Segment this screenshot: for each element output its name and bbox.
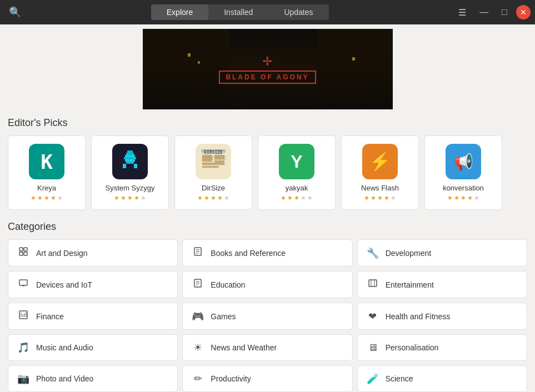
- star2: ★: [37, 194, 43, 202]
- category-development[interactable]: 🔧 Development: [357, 239, 527, 267]
- star5: ★: [307, 194, 313, 202]
- star2: ★: [287, 194, 293, 202]
- finance-label: Finance: [36, 312, 64, 321]
- kreya-name: Kreya: [37, 184, 56, 192]
- star1: ★: [281, 194, 286, 202]
- star4: ★: [134, 194, 139, 202]
- newsflash-icon: ⚡: [362, 144, 398, 179]
- games-label: Games: [211, 312, 236, 321]
- star3: ★: [461, 194, 466, 202]
- pick-card-konversation[interactable]: 📢 konversation ★ ★ ★ ★ ★: [424, 135, 502, 210]
- star2: ★: [121, 194, 126, 202]
- personalisation-icon: 🖥: [367, 342, 379, 354]
- syzygy-stars: ★ ★ ★ ★ ★: [114, 194, 146, 202]
- star5: ★: [474, 194, 479, 202]
- development-icon: 🔧: [367, 247, 379, 259]
- konversation-stars: ★ ★ ★ ★ ★: [447, 194, 479, 202]
- category-entertainment[interactable]: Entertainment: [357, 271, 527, 298]
- pick-card-newsflash[interactable]: ⚡ News Flash ★ ★ ★ ★ ★: [341, 135, 419, 210]
- yakyak-stars: ★ ★ ★ ★ ★: [281, 194, 313, 202]
- star1: ★: [364, 194, 369, 202]
- star1: ★: [447, 194, 453, 202]
- category-news-weather[interactable]: ☀ News and Weather: [182, 334, 352, 361]
- search-button[interactable]: 🔍: [4, 4, 26, 21]
- pick-card-dirsize[interactable]: DIRSIZE DirSize ★ ★ ★ ★: [174, 135, 252, 210]
- star4: ★: [301, 194, 306, 202]
- svg-rect-10: [202, 155, 212, 162]
- education-icon: [192, 278, 204, 291]
- finance-icon: [17, 310, 29, 323]
- kreya-icon: K: [29, 144, 64, 179]
- entertainment-label: Entertainment: [386, 280, 434, 289]
- svg-rect-3: [124, 157, 136, 159]
- pick-card-kreya[interactable]: K Kreya ★ ★ ★ ★ ★: [8, 135, 86, 210]
- category-devices-iot[interactable]: Devices and IoT: [8, 271, 178, 298]
- newsflash-stars: ★ ★ ★ ★ ★: [364, 194, 396, 202]
- close-button[interactable]: ✕: [516, 5, 531, 19]
- svg-rect-2: [125, 155, 135, 157]
- news-weather-label: News and Weather: [211, 343, 277, 352]
- svg-rect-25: [19, 280, 27, 285]
- health-fitness-icon: ❤: [367, 310, 379, 323]
- pick-card-syzygy[interactable]: System Syzygy ★ ★ ★ ★ ★: [91, 135, 169, 210]
- category-music-audio[interactable]: 🎵 Music and Audio: [8, 334, 178, 361]
- category-books-reference[interactable]: Books and Reference: [182, 239, 352, 267]
- star5: ★: [141, 194, 146, 202]
- hero-game-title: Blade of Agony: [219, 71, 316, 84]
- minimize-button[interactable]: —: [475, 5, 493, 19]
- main-content: ✛ Blade of Agony Editor's Picks K Kreya …: [0, 24, 535, 392]
- dirsize-stars: ★ ★ ★ ★ ★: [197, 194, 229, 202]
- tab-explore[interactable]: Explore: [151, 4, 208, 20]
- yakyak-name: yakyak: [286, 184, 308, 192]
- tab-updates[interactable]: Updates: [268, 4, 328, 20]
- svg-rect-1: [126, 153, 134, 155]
- hero-banner[interactable]: ✛ Blade of Agony: [143, 29, 393, 109]
- svg-rect-14: [202, 166, 219, 168]
- kreya-stars: ★ ★ ★ ★ ★: [31, 194, 63, 202]
- star2: ★: [204, 194, 209, 202]
- science-label: Science: [386, 374, 413, 383]
- star3: ★: [377, 194, 383, 202]
- personalisation-label: Personalisation: [386, 343, 439, 352]
- category-photo-video[interactable]: 📷 Photo and Video: [8, 365, 178, 392]
- devices-iot-label: Devices and IoT: [36, 280, 92, 289]
- category-games[interactable]: 🎮 Games: [182, 303, 352, 330]
- category-finance[interactable]: Finance: [8, 303, 178, 330]
- konversation-icon: 📢: [446, 144, 481, 179]
- science-icon: 🧪: [367, 373, 379, 385]
- category-health-fitness[interactable]: ❤ Health and Fitness: [357, 303, 527, 330]
- star3: ★: [127, 194, 133, 202]
- dirsize-name: DirSize: [202, 184, 225, 192]
- health-fitness-label: Health and Fitness: [386, 312, 451, 321]
- star5: ★: [224, 194, 229, 202]
- star3: ★: [44, 194, 49, 202]
- maximize-button[interactable]: □: [497, 5, 512, 19]
- pick-card-yakyak[interactable]: Y yakyak ★ ★ ★ ★ ★: [258, 135, 336, 210]
- svg-rect-0: [127, 150, 133, 153]
- newsflash-name: News Flash: [361, 184, 399, 192]
- svg-text:DIRSIZE: DIRSIZE: [204, 150, 223, 155]
- svg-rect-32: [369, 280, 377, 287]
- tab-installed[interactable]: Installed: [208, 4, 268, 20]
- star4: ★: [51, 194, 56, 202]
- star4: ★: [217, 194, 223, 202]
- entertainment-icon: [367, 278, 379, 291]
- categories-section: Categories Art and Design Books and Refe…: [0, 215, 535, 392]
- konversation-name: konversation: [443, 184, 484, 192]
- category-productivity[interactable]: ✏ Productivity: [182, 365, 352, 392]
- art-design-icon: [17, 247, 29, 259]
- category-art-design[interactable]: Art and Design: [8, 239, 178, 267]
- category-education[interactable]: Education: [182, 271, 352, 298]
- category-personalisation[interactable]: 🖥 Personalisation: [357, 334, 527, 361]
- editors-picks-section: Editor's Picks K Kreya ★ ★ ★ ★ ★: [0, 112, 535, 215]
- category-science[interactable]: 🧪 Science: [357, 365, 527, 392]
- dirsize-icon: DIRSIZE: [196, 144, 231, 179]
- star5: ★: [391, 194, 396, 202]
- star4: ★: [467, 194, 473, 202]
- menu-button[interactable]: ☰: [454, 5, 471, 20]
- categories-title: Categories: [8, 221, 527, 233]
- news-weather-icon: ☀: [192, 341, 204, 354]
- education-label: Education: [211, 280, 245, 289]
- star1: ★: [114, 194, 119, 202]
- picks-row: K Kreya ★ ★ ★ ★ ★: [8, 135, 527, 210]
